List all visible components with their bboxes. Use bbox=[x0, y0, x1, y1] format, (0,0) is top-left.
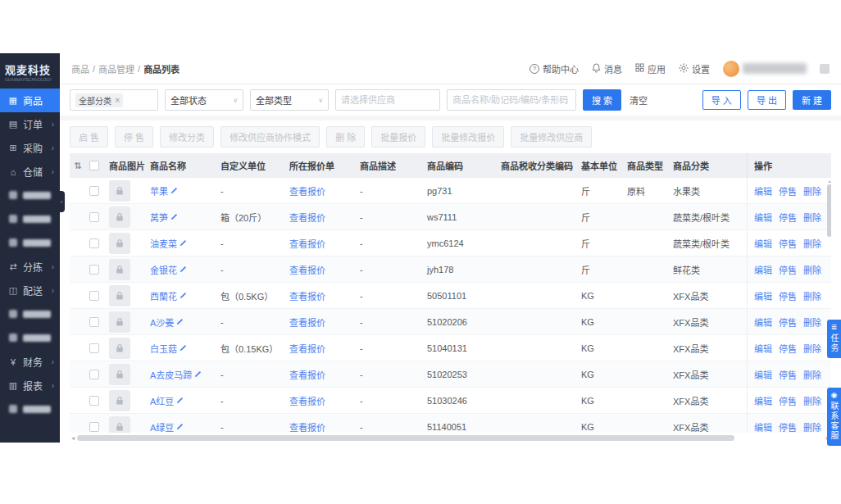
stop-sale-link[interactable]: 停售 bbox=[779, 184, 797, 198]
row-checkbox[interactable] bbox=[89, 238, 99, 248]
product-image-placeholder[interactable] bbox=[109, 364, 130, 385]
delete-row-link[interactable]: 删除 bbox=[803, 184, 821, 198]
edit-name-icon[interactable] bbox=[170, 213, 178, 220]
sidebar-item-hidden-5[interactable] bbox=[0, 326, 60, 350]
category-filter[interactable]: 全部分类 × bbox=[70, 89, 158, 111]
sidebar-collapse-handle[interactable]: ‹ bbox=[58, 191, 65, 212]
bulk-action-button[interactable]: 批量报价 bbox=[371, 126, 425, 148]
tasks-side-tab[interactable]: ≣ 任务 bbox=[827, 320, 841, 358]
row-checkbox[interactable] bbox=[89, 212, 99, 222]
product-image-placeholder[interactable] bbox=[109, 259, 130, 280]
stop-sale-link[interactable]: 停售 bbox=[779, 211, 797, 224]
sidebar-item-hidden-1[interactable] bbox=[0, 184, 60, 207]
view-quote-link[interactable]: 查看报价 bbox=[289, 394, 325, 407]
view-quote-link[interactable]: 查看报价 bbox=[289, 184, 325, 198]
product-name-link[interactable]: A去皮马蹄 bbox=[150, 368, 192, 381]
sidebar-item-goods[interactable]: ▦商品 bbox=[0, 89, 60, 112]
product-image-placeholder[interactable] bbox=[109, 285, 130, 306]
edit-row-link[interactable]: 编辑 bbox=[754, 316, 772, 329]
stop-sale-link[interactable]: 停售 bbox=[779, 289, 797, 302]
edit-name-icon[interactable] bbox=[176, 397, 184, 404]
contact-support-side-tab[interactable]: ◉ 联系客服 bbox=[827, 388, 841, 446]
edit-row-link[interactable]: 编辑 bbox=[754, 420, 772, 434]
vertical-scroll-thumb[interactable] bbox=[827, 184, 831, 237]
edit-name-icon[interactable] bbox=[180, 239, 187, 247]
delete-row-link[interactable]: 删除 bbox=[803, 342, 821, 355]
bulk-action-button[interactable]: 修改分类 bbox=[160, 126, 214, 148]
settings-button[interactable]: 设置 bbox=[679, 62, 710, 75]
import-button[interactable]: 导 入 bbox=[702, 90, 741, 110]
row-checkbox[interactable] bbox=[89, 291, 99, 301]
apps-button[interactable]: 应用 bbox=[635, 62, 666, 75]
stop-sale-link[interactable]: 停售 bbox=[779, 237, 797, 250]
edit-name-icon[interactable] bbox=[176, 423, 184, 430]
search-button[interactable]: 搜 索 bbox=[583, 89, 621, 111]
edit-row-link[interactable]: 编辑 bbox=[754, 184, 772, 198]
product-name-link[interactable]: 金银花 bbox=[150, 263, 177, 276]
horizontal-scrollbar[interactable]: ◂ ▸ bbox=[70, 433, 831, 443]
stop-sale-link[interactable]: 停售 bbox=[779, 368, 797, 381]
delete-row-link[interactable]: 删除 bbox=[803, 289, 821, 302]
delete-row-link[interactable]: 删除 bbox=[803, 237, 821, 250]
edit-name-icon[interactable] bbox=[180, 292, 187, 299]
edit-name-icon[interactable] bbox=[194, 370, 202, 378]
edit-row-link[interactable]: 编辑 bbox=[754, 211, 772, 224]
view-quote-link[interactable]: 查看报价 bbox=[289, 211, 325, 224]
sidebar-item-sorting[interactable]: ⇄分拣› bbox=[0, 255, 60, 279]
sidebar-item-orders[interactable]: ▤订单› bbox=[0, 112, 60, 136]
product-image-placeholder[interactable] bbox=[109, 338, 130, 359]
row-checkbox[interactable] bbox=[89, 343, 99, 353]
bulk-action-button[interactable]: 批量修改报价 bbox=[432, 126, 504, 148]
product-name-link[interactable]: A沙姜 bbox=[150, 316, 174, 329]
stop-sale-link[interactable]: 停售 bbox=[779, 394, 797, 407]
messages-button[interactable]: 消息 bbox=[592, 62, 622, 75]
sidebar-item-purchase[interactable]: ⊞采购› bbox=[0, 136, 60, 160]
delete-row-link[interactable]: 删除 bbox=[803, 211, 821, 224]
scroll-left-icon[interactable]: ◂ bbox=[71, 434, 75, 442]
sidebar-item-finance[interactable]: ¥财务› bbox=[0, 350, 60, 374]
row-checkbox[interactable] bbox=[89, 422, 99, 432]
export-button[interactable]: 导 出 bbox=[748, 90, 786, 110]
row-checkbox[interactable] bbox=[89, 370, 99, 379]
row-checkbox[interactable] bbox=[89, 396, 99, 406]
edit-name-icon[interactable] bbox=[170, 187, 178, 194]
view-quote-link[interactable]: 查看报价 bbox=[289, 420, 325, 434]
keyword-search-input[interactable] bbox=[447, 89, 576, 111]
delete-row-link[interactable]: 删除 bbox=[803, 420, 821, 434]
product-image-placeholder[interactable] bbox=[109, 180, 130, 202]
bulk-action-button[interactable]: 修改供应商协作模式 bbox=[220, 126, 320, 148]
product-name-link[interactable]: 西蘭花 bbox=[150, 289, 177, 302]
sidebar-item-warehouse[interactable]: ⌂仓储› bbox=[0, 160, 60, 184]
product-image-placeholder[interactable] bbox=[109, 207, 130, 228]
product-image-placeholder[interactable] bbox=[109, 311, 130, 333]
edit-name-icon[interactable] bbox=[180, 266, 187, 273]
horizontal-scroll-thumb[interactable] bbox=[77, 435, 734, 441]
help-center-button[interactable]: ? 帮助中心 bbox=[530, 62, 579, 75]
column-sort-icon[interactable]: ⇅ bbox=[70, 161, 88, 171]
supplier-input[interactable] bbox=[335, 89, 440, 111]
product-name-link[interactable]: A红豆 bbox=[150, 394, 174, 407]
status-select[interactable]: 全部状态 ∨ bbox=[165, 89, 243, 111]
edit-name-icon[interactable] bbox=[176, 318, 184, 325]
clear-button[interactable]: 清空 bbox=[630, 93, 648, 107]
bulk-action-button[interactable]: 启 售 bbox=[70, 126, 108, 148]
stop-sale-link[interactable]: 停售 bbox=[779, 420, 797, 434]
row-checkbox[interactable] bbox=[89, 317, 99, 327]
sidebar-item-reports[interactable]: ▥报表› bbox=[0, 374, 60, 397]
sidebar-item-hidden-6[interactable] bbox=[0, 397, 60, 421]
view-quote-link[interactable]: 查看报价 bbox=[289, 368, 325, 381]
sidebar-item-hidden-4[interactable] bbox=[0, 302, 60, 326]
delete-row-link[interactable]: 删除 bbox=[803, 368, 821, 381]
view-quote-link[interactable]: 查看报价 bbox=[289, 237, 325, 250]
topbar-corner-icon[interactable] bbox=[820, 64, 830, 74]
create-button[interactable]: 新 建 bbox=[793, 90, 831, 110]
view-quote-link[interactable]: 查看报价 bbox=[289, 342, 325, 355]
bulk-action-button[interactable]: 批量修改供应商 bbox=[511, 126, 592, 148]
edit-row-link[interactable]: 编辑 bbox=[754, 263, 772, 276]
product-name-link[interactable]: 油麦菜 bbox=[150, 237, 177, 250]
edit-name-icon[interactable] bbox=[180, 344, 187, 352]
breadcrumb-item[interactable]: 商品 bbox=[71, 62, 89, 75]
close-icon[interactable]: × bbox=[115, 96, 120, 105]
type-select[interactable]: 全部类型 ∨ bbox=[250, 89, 329, 111]
view-quote-link[interactable]: 查看报价 bbox=[289, 316, 325, 329]
